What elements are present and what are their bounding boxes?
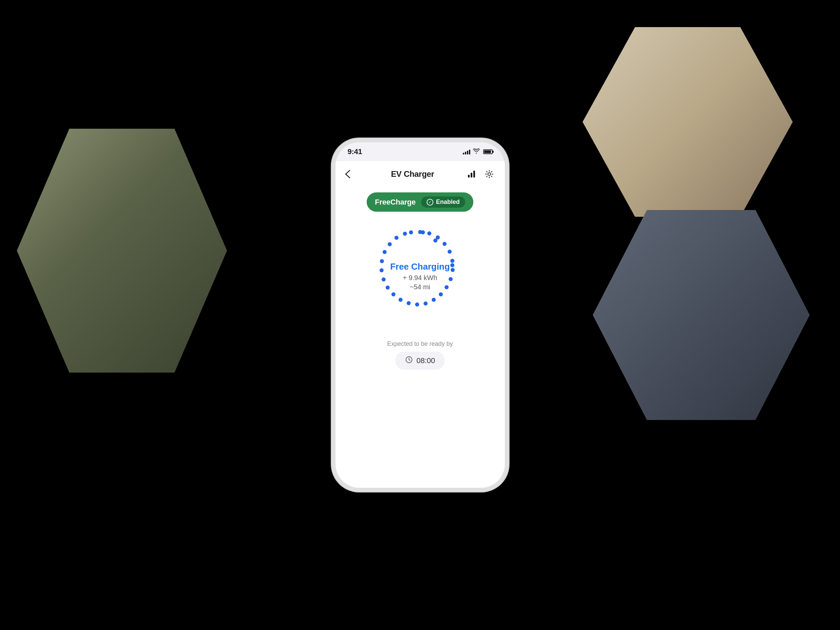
svg-point-15: [423, 301, 428, 306]
svg-point-20: [386, 285, 390, 290]
page-title: EV Charger: [391, 169, 434, 179]
svg-point-23: [380, 259, 384, 263]
svg-point-24: [382, 250, 387, 254]
svg-point-7: [442, 242, 447, 246]
time-pill: 08:00: [395, 351, 445, 370]
nav-bar: EV Charger: [336, 161, 505, 184]
phone-notch: [393, 142, 447, 154]
miles-value: ~54 mi: [410, 283, 430, 291]
svg-point-16: [415, 302, 419, 307]
signal-bar-1: [463, 153, 464, 154]
hex-bottom-right: [593, 210, 810, 420]
status-time: 9:41: [348, 147, 362, 156]
hex-left: hive: [17, 129, 227, 373]
svg-point-9: [450, 259, 454, 263]
app-content: EV Charger: [336, 161, 505, 488]
svg-point-22: [379, 268, 384, 272]
svg-point-13: [439, 292, 443, 296]
svg-point-30: [433, 239, 437, 242]
svg-point-10: [451, 268, 455, 272]
clock-icon: [405, 356, 413, 366]
check-icon: ✓: [426, 199, 433, 206]
svg-point-3: [488, 173, 491, 176]
battery-icon: [483, 149, 493, 154]
ready-time: 08:00: [417, 356, 435, 365]
svg-point-5: [427, 231, 431, 236]
svg-point-8: [448, 250, 452, 254]
enabled-pill: ✓ Enabled: [421, 196, 465, 207]
nav-action-icons: [466, 168, 495, 180]
circle-content: Free Charging + 9.94 kWh ~54 mi: [390, 261, 450, 291]
chart-button[interactable]: [466, 168, 478, 180]
svg-point-17: [407, 301, 411, 305]
phone-body: 9:41: [336, 142, 505, 488]
hex-top-right: [583, 27, 793, 217]
expected-section: Expected to be ready by 08:00: [336, 337, 505, 373]
freecharge-badge[interactable]: FreeCharge ✓ Enabled: [367, 192, 473, 212]
free-charging-label: Free Charging: [390, 261, 450, 272]
status-icons: [463, 148, 493, 155]
svg-point-28: [409, 230, 413, 234]
svg-point-21: [382, 277, 386, 282]
svg-rect-1: [471, 173, 472, 177]
svg-rect-0: [468, 175, 470, 177]
svg-point-18: [398, 298, 403, 302]
kwh-value: + 9.94 kWh: [403, 274, 437, 282]
freecharge-section: FreeCharge ✓ Enabled: [336, 184, 505, 218]
svg-point-26: [395, 236, 398, 240]
charging-circle: Free Charging + 9.94 kWh ~54 mi: [369, 225, 471, 327]
signal-bar-4: [469, 150, 470, 154]
signal-icon: [463, 149, 470, 154]
enabled-label: Enabled: [436, 198, 460, 206]
svg-point-19: [392, 292, 395, 296]
svg-point-31: [450, 263, 454, 267]
signal-bar-2: [465, 152, 466, 154]
svg-point-29: [421, 230, 425, 234]
settings-button[interactable]: [483, 168, 495, 180]
svg-point-25: [388, 242, 392, 246]
phone-mockup: 9:41: [336, 142, 505, 488]
signal-bar-3: [467, 151, 468, 154]
svg-point-14: [432, 298, 436, 302]
freecharge-label: FreeCharge: [375, 198, 415, 207]
charging-section: Free Charging + 9.94 kWh ~54 mi: [336, 218, 505, 337]
back-button[interactable]: [345, 170, 360, 179]
expected-label: Expected to be ready by: [387, 340, 453, 348]
svg-point-27: [403, 232, 407, 236]
wifi-icon: [473, 148, 480, 155]
svg-rect-2: [473, 171, 475, 177]
